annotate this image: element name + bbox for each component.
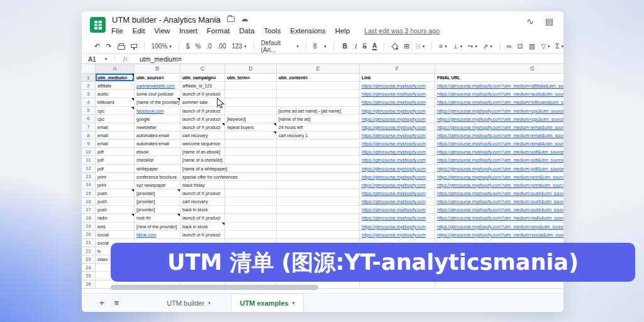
cell-D2[interactable] <box>225 82 277 90</box>
cell-A9[interactable]: email <box>96 140 135 148</box>
cell-C19[interactable]: back in stock <box>180 223 225 231</box>
italic-button[interactable]: I <box>355 43 357 50</box>
menu-data[interactable]: Data <box>239 27 254 35</box>
cell-G7[interactable]: https://gtmcourse.myshopify.com?utm_medi… <box>435 123 564 131</box>
cell-E7[interactable]: 24 hours left <box>277 123 360 131</box>
text-color-button[interactable]: A <box>372 43 377 50</box>
move-to-folder-icon[interactable] <box>227 16 235 22</box>
row-header-22[interactable]: 22 <box>82 247 96 255</box>
cell-E18[interactable] <box>277 214 360 222</box>
paint-format-icon[interactable] <box>130 43 137 50</box>
column-header-A[interactable]: A <box>96 64 135 74</box>
cell-B5[interactable]: facebook.com <box>135 107 180 115</box>
all-sheets-icon[interactable]: ≡ <box>114 298 119 308</box>
row-header-24[interactable]: 24 <box>82 264 96 272</box>
cell-B19[interactable]: [nme of the provider] <box>135 223 180 231</box>
cell-G9[interactable]: https://gtmcourse.myshopify.com?utm_medi… <box>435 140 564 148</box>
document-title[interactable]: UTM builder - Analytics Mania <box>112 15 221 25</box>
row-header-17[interactable]: 17 <box>82 206 96 214</box>
cell-E9[interactable] <box>277 140 360 148</box>
row-header-21[interactable]: 21 <box>82 239 96 247</box>
cell-C8[interactable]: cart recovery <box>180 131 225 140</box>
cell-E6[interactable]: [name of the ad] <box>277 115 360 123</box>
insert-comment-icon[interactable]: ⊡ <box>518 43 523 50</box>
cell-G13[interactable]: https://gtmcourse.myshopify.com?utm_medi… <box>435 173 564 181</box>
cell-G1[interactable]: FINAL URL <box>435 74 564 82</box>
cell-G5[interactable]: https://gtmcourse.myshopify.com?utm_medi… <box>435 107 564 115</box>
cell-D6[interactable]: [keyword] <box>225 115 277 123</box>
decrease-decimal-button[interactable]: .0 <box>206 43 211 50</box>
row-header-13[interactable]: 13 <box>82 173 96 181</box>
cell-A3[interactable]: audio <box>96 90 135 98</box>
row-header-23[interactable]: 23 <box>82 255 96 264</box>
cell-D17[interactable] <box>225 206 277 214</box>
menu-insert[interactable]: Insert <box>179 27 197 35</box>
cell-A2[interactable]: affiliate <box>96 82 135 90</box>
column-header-G[interactable]: G <box>435 64 564 74</box>
sheet-tab-utm-examples[interactable]: UTM examples▾ <box>231 294 304 313</box>
cell-F12[interactable]: https://gtmcourse.myshopify.com <box>360 165 435 173</box>
cell-F20[interactable]: https://gtmcourse.myshopify.com <box>360 231 435 239</box>
undo-icon[interactable]: ↶ <box>94 43 100 50</box>
strikethrough-button[interactable]: S <box>362 43 367 50</box>
cell-G18[interactable]: https://gtmcourse.myshopify.com?utm_medi… <box>435 214 564 222</box>
cell-G17[interactable]: https://gtmcourse.myshopify.com?utm_medi… <box>435 206 564 214</box>
cell-A14[interactable]: print <box>96 181 135 189</box>
row-header-1[interactable]: 1 <box>82 74 96 82</box>
cell-A20[interactable]: social <box>96 231 135 239</box>
cell-C13[interactable]: special offer for conferences <box>180 173 225 181</box>
cell-B14[interactable]: xyz newspaper <box>135 181 180 189</box>
cell-C20[interactable]: launch of X product <box>180 231 225 239</box>
cell-C7[interactable]: launch of X product <box>180 123 225 131</box>
cell-E12[interactable] <box>277 165 360 173</box>
cell-G20[interactable]: https://gtmcourse.myshopify.com?utm_medi… <box>435 231 564 239</box>
cell-C10[interactable]: [name of an ebook] <box>180 148 225 156</box>
insert-link-icon[interactable]: ∞ <box>507 43 512 50</box>
borders-icon[interactable]: ⊞ <box>404 43 409 50</box>
comment-history-icon[interactable]: ▤ <box>545 16 553 26</box>
menu-file[interactable]: File <box>111 27 123 35</box>
cell-C14[interactable]: black friday <box>180 181 225 189</box>
cell-D11[interactable] <box>225 156 277 164</box>
cell-B2[interactable]: partnerwebsite.com <box>135 82 180 90</box>
row-header-9[interactable]: 9 <box>82 140 96 148</box>
row-header-7[interactable]: 7 <box>82 123 96 131</box>
cell-F14[interactable]: https://gtmcourse.myshopify.com <box>360 181 435 189</box>
cell-E16[interactable] <box>277 197 360 206</box>
cell-B16[interactable]: [provider] <box>135 197 180 206</box>
cell-E11[interactable] <box>277 156 360 164</box>
merge-cells-button[interactable]: ⊟▾ <box>415 43 425 50</box>
cell-A10[interactable]: pdf <box>96 148 135 156</box>
cell-C12[interactable]: [name of a whitepaper] <box>180 165 225 173</box>
cell-E4[interactable] <box>277 98 360 106</box>
cell-C6[interactable]: launch of X product <box>180 115 225 123</box>
star-icon[interactable]: ☆ <box>214 14 221 23</box>
cell-G2[interactable]: https://gtmcourse.myshopify.com?utm_medi… <box>435 82 564 90</box>
cell-E15[interactable] <box>277 189 360 197</box>
increase-decimal-button[interactable]: .00 <box>218 43 226 50</box>
cell-D15[interactable] <box>225 189 277 197</box>
text-rotation-button[interactable]: ⇗▾ <box>483 43 492 50</box>
cell-A13[interactable]: print <box>96 173 135 181</box>
row-header-10[interactable]: 10 <box>82 148 96 156</box>
cell-F9[interactable]: https://gtmcourse.myshopify.com <box>360 140 435 148</box>
column-header-B[interactable]: B <box>135 64 180 74</box>
last-edit-link[interactable]: Last edit was 3 hours ago <box>364 27 440 35</box>
cell-E14[interactable] <box>277 181 360 189</box>
cell-A8[interactable]: email <box>96 131 135 140</box>
cell-A11[interactable]: pdf <box>96 156 135 164</box>
menu-edit[interactable]: Edit <box>133 27 145 35</box>
font-size-select[interactable]: 8 ▾ <box>313 43 326 50</box>
cell-B20[interactable]: tiktok.com <box>135 231 180 239</box>
cell-B12[interactable]: whitepaper <box>135 165 180 173</box>
row-header-25[interactable]: 25 <box>82 272 96 280</box>
cell-E1[interactable]: utm_content= <box>277 74 360 82</box>
menu-tools[interactable]: Tools <box>264 27 281 35</box>
cell-F19[interactable]: https://gtmcourse.myshopify.com <box>360 223 435 231</box>
row-header-3[interactable]: 3 <box>82 90 96 98</box>
row-header-14[interactable]: 14 <box>82 181 96 189</box>
cell-A12[interactable]: pdf <box>96 165 135 173</box>
cell-C1[interactable]: utm_campaign= <box>180 74 225 82</box>
cell-G3[interactable]: https://gtmcourse.myshopify.com?utm_medi… <box>435 90 564 98</box>
cell-B4[interactable]: [name of the provider] <box>135 98 180 106</box>
